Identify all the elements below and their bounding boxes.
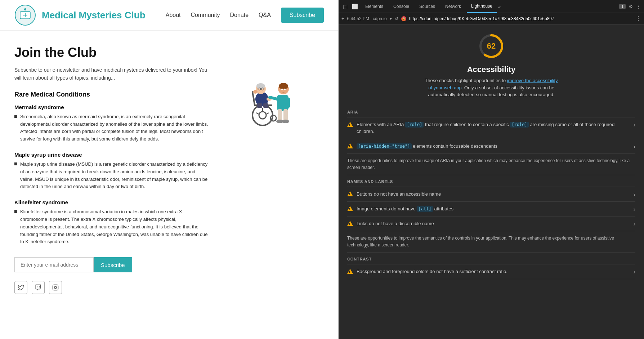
wheelchair-illustration — [227, 45, 320, 131]
devtools-url-more[interactable]: ⋮ — [635, 15, 641, 22]
nav: Medical Mysteries Club About Community D… — [0, 0, 338, 31]
audit-chevron-5: › — [634, 221, 635, 227]
svg-point-32 — [281, 89, 283, 90]
aria-section-header: ARIA — [347, 106, 635, 117]
instagram-icon[interactable] — [49, 281, 62, 294]
bullet-icon — [14, 210, 17, 213]
devtools-cursor-icon[interactable]: ⬚ — [341, 4, 349, 9]
condition-klinefelter: Klinefelter syndrome Klinefelter syndrom… — [14, 199, 209, 246]
svg-point-13 — [270, 115, 276, 121]
nav-qa[interactable]: Q&A — [259, 12, 271, 18]
score-title: Accessibility — [467, 65, 516, 74]
condition-klinefelter-text: Klinefelter syndrome is a chromosomal va… — [14, 208, 209, 246]
contrast-audit-item-1[interactable]: Background and foreground colors do not … — [347, 264, 635, 279]
twitch-icon[interactable] — [32, 281, 45, 294]
nav-links: About Community Donate Q&A Subscribe — [166, 8, 324, 23]
tab-network[interactable]: Network — [441, 0, 465, 13]
warning-icon-6 — [347, 269, 353, 275]
devtools-toolbar: ⬚ ⬜ Elements Console Sources Network Lig… — [339, 0, 644, 13]
audit-chevron-2: › — [634, 143, 635, 150]
lighthouse-content: 62 Accessibility These checks highlight … — [339, 24, 644, 339]
content-left: Join the Club Subscribe to our e-newslet… — [14, 45, 209, 294]
devtools-more-icon[interactable]: ⋮ — [636, 4, 641, 9]
svg-rect-29 — [277, 95, 289, 111]
svg-line-12 — [266, 113, 269, 114]
names-audit-item-1[interactable]: Buttons do not have an accessible name › — [347, 187, 635, 202]
devtools-url: https://cdpn.io/pen/debug/KKebGwO/0d8ee1… — [409, 16, 632, 21]
aria-audit-item-1[interactable]: Elements with an ARIA [role] that requir… — [347, 117, 635, 139]
warning-icon-2 — [347, 143, 353, 149]
intro-text: Subscribe to our e-newsletter and have m… — [14, 66, 209, 82]
audit-chevron-1: › — [634, 122, 635, 128]
svg-line-34 — [270, 97, 277, 99]
nav-community[interactable]: Community — [191, 12, 220, 18]
devtools-dropdown-icon[interactable]: ▾ — [390, 16, 392, 21]
tab-elements[interactable]: Elements — [361, 0, 388, 13]
page-title: Join the Club — [14, 45, 209, 60]
score-description: These checks highlight opportunities to … — [423, 77, 560, 98]
website-panel: Medical Mysteries Club About Community D… — [0, 0, 339, 339]
condition-klinefelter-title: Klinefelter syndrome — [14, 199, 209, 205]
devtools-panel: ⬚ ⬜ Elements Console Sources Network Lig… — [339, 0, 644, 339]
twitter-icon[interactable] — [14, 281, 27, 294]
devtools-device-icon[interactable]: ⬜ — [350, 4, 359, 9]
illustration-area — [223, 45, 324, 294]
audit-chevron-3: › — [634, 191, 635, 198]
devtools-urlbar: + 6:44:52 PM · cdpn.io ▾ ↺ 🔒 https://cdp… — [339, 13, 644, 24]
nav-about[interactable]: About — [166, 12, 181, 18]
subscribe-form: Subscribe — [14, 257, 209, 272]
svg-point-9 — [259, 112, 266, 119]
names-audit-text-2: Image elements do not have [alt] attribu… — [357, 205, 630, 213]
names-labels-section-header: NAMES AND LABELS — [347, 175, 635, 187]
condition-maple-text: Maple syrup urine disease (MSUD) is a ra… — [14, 161, 209, 191]
svg-rect-5 — [53, 285, 58, 290]
svg-point-33 — [284, 89, 286, 90]
names-audit-item-2[interactable]: Image elements do not have [alt] attribu… — [347, 202, 635, 217]
nav-donate[interactable]: Donate — [230, 12, 249, 18]
condition-maple: Maple syrup urine disease Maple syrup ur… — [14, 152, 209, 191]
social-icons — [14, 281, 209, 294]
aria-audit-text-2: [aria-hidden="true"] elements contain fo… — [357, 143, 630, 150]
names-audit-item-3[interactable]: Links do not have a discernible name › — [347, 217, 635, 231]
devtools-reload-icon[interactable]: ↺ — [395, 16, 398, 21]
warning-icon-5 — [347, 221, 353, 227]
devtools-right-icons: 1 ⚙ ⋮ — [619, 4, 641, 9]
tab-console[interactable]: Console — [389, 0, 413, 13]
condition-mermaid-text: Sirenomelia, also known as mermaid syndr… — [14, 113, 209, 143]
score-circle: 62 — [477, 32, 506, 61]
subscribe-button[interactable]: Subscribe — [94, 257, 132, 272]
names-audit-text-1: Buttons do not have an accessible name — [357, 191, 630, 198]
site-title: Medical Mysteries Club — [42, 10, 146, 21]
devtools-badge: 1 — [619, 4, 626, 9]
email-input[interactable] — [14, 257, 94, 272]
bullet-icon — [14, 115, 17, 118]
aria-audit-item-2[interactable]: [aria-hidden="true"] elements contain fo… — [347, 139, 635, 154]
condition-mermaid: Mermaid syndrome Sirenomelia, also known… — [14, 104, 209, 143]
contrast-section-header: CONTRAST — [347, 253, 635, 264]
aria-note: These are opportunities to improve the u… — [347, 154, 635, 175]
devtools-time: 6:44:52 PM · cdpn.io — [347, 16, 387, 21]
aria-audit-text-1: Elements with an ARIA [role] that requir… — [357, 121, 630, 135]
score-section: 62 Accessibility These checks highlight … — [347, 32, 635, 98]
names-note: These are opportunities to improve the s… — [347, 231, 635, 253]
warning-icon-3 — [347, 191, 353, 197]
svg-point-39 — [282, 120, 289, 123]
tab-sources[interactable]: Sources — [415, 0, 439, 13]
svg-point-40 — [253, 90, 258, 94]
tab-lighthouse[interactable]: Lighthouse — [467, 0, 497, 13]
condition-mermaid-title: Mermaid syndrome — [14, 104, 209, 110]
devtools-favicon: 🔒 — [401, 16, 406, 21]
devtools-back-icon[interactable]: + — [341, 16, 344, 21]
warning-icon-1 — [347, 122, 353, 128]
svg-line-11 — [256, 113, 259, 114]
svg-point-7 — [57, 286, 57, 286]
names-audit-text-3: Links do not have a discernible name — [357, 220, 630, 227]
devtools-settings-icon[interactable]: ⚙ — [629, 4, 633, 9]
logo-icon — [14, 4, 36, 26]
svg-rect-27 — [263, 103, 268, 108]
nav-subscribe-button[interactable]: Subscribe — [281, 8, 324, 23]
devtools-more-tabs[interactable]: » — [498, 4, 501, 9]
conditions-section-title: Rare Medical Conditions — [14, 91, 209, 98]
contrast-audit-text-1: Background and foreground colors do not … — [357, 268, 630, 275]
svg-rect-26 — [257, 103, 262, 108]
